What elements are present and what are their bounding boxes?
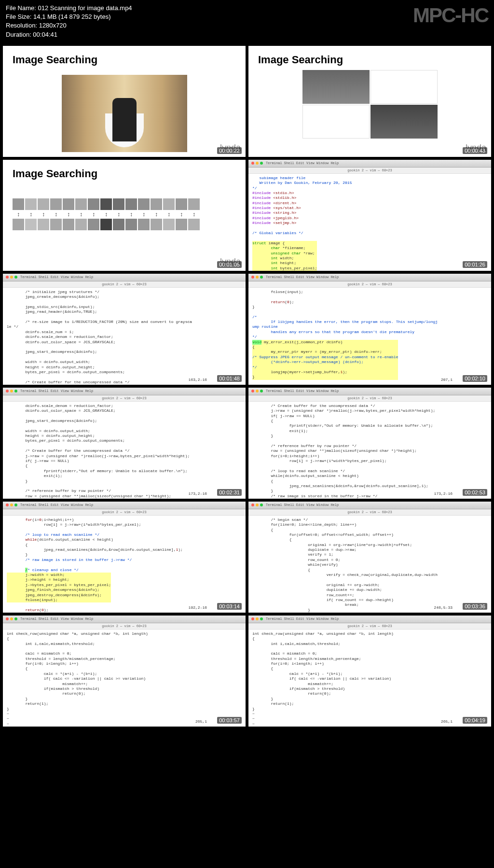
term-status-12: 265,1: [441, 719, 453, 724]
terminal-title: gookin 2 — vim — 60×23: [248, 281, 491, 288]
terminal-menubar: Terminal Shell Edit View Window Help: [3, 616, 246, 623]
thumbnail-11[interactable]: Terminal Shell Edit View Window Help goo…: [3, 616, 246, 727]
terminal-menubar: Terminal Shell Edit View Window Help: [3, 388, 246, 395]
timestamp-11: 00:03:57: [217, 717, 242, 724]
terminal-code-8: /* Create buffer for the uncompressed da…: [248, 402, 491, 499]
timestamp-5: 00:01:48: [217, 375, 242, 382]
thumbnail-4[interactable]: Terminal Shell Edit View Window Help goo…: [248, 160, 491, 271]
timestamp-12: 00:04:19: [463, 717, 487, 724]
slide-title-1: Image Searching: [3, 46, 246, 70]
wedding-photo: [62, 75, 187, 152]
thumbnail-9[interactable]: Terminal Shell Edit View Window Help goo…: [3, 502, 246, 613]
thumbnail-grid: Image Searching lynda 00:00:22 Image Sea…: [0, 43, 494, 729]
thumbnail-1[interactable]: Image Searching lynda 00:00:22: [3, 46, 246, 157]
thumbnail-7[interactable]: Terminal Shell Edit View Window Help goo…: [3, 388, 246, 499]
timestamp-2: 00:00:43: [463, 147, 487, 154]
thumbnail-6[interactable]: Terminal Shell Edit View Window Help goo…: [248, 274, 491, 385]
terminal-title: gookin 2 — vim — 60×23: [248, 168, 491, 174]
timestamp-4: 00:01:26: [463, 261, 487, 268]
terminal-menubar: Terminal Shell Edit View Window Help: [248, 160, 491, 168]
term-status-8: 173,2-16: [434, 491, 453, 496]
terminal-menubar: Terminal Shell Edit View Window Help: [248, 388, 491, 395]
thumbnail-10[interactable]: Terminal Shell Edit View Window Help goo…: [248, 502, 491, 613]
terminal-code-12: int check_row(unsigned char *a, unsigned…: [248, 630, 491, 727]
term-status-7: 173,2-16: [189, 491, 207, 496]
terminal-title: gookin 2 — vim — 60×23: [248, 509, 491, 516]
timestamp-10: 00:03:36: [463, 603, 487, 610]
terminal-menubar: Terminal Shell Edit View Window Help: [3, 502, 246, 509]
term-status-9: 192,2-16: [189, 605, 207, 610]
thumbnail-3[interactable]: Image Searching ↕↕↕↕↕↕↕↕↕↕↕↕↕↕↕ lynda 00…: [3, 160, 246, 271]
terminal-code-6: fclose(input); return(0); } /* If libjpe…: [248, 288, 491, 385]
slide-title-3: Image Searching: [3, 160, 246, 184]
player-logo: MPC-HC: [413, 4, 488, 27]
timestamp-6: 00:02:10: [463, 375, 487, 382]
thumbnail-8[interactable]: Terminal Shell Edit View Window Help goo…: [248, 388, 491, 499]
term-status-11: 265,1: [195, 719, 207, 724]
slide-title-2: Image Searching: [248, 46, 491, 70]
terminal-title: gookin 2 — vim — 60×23: [3, 395, 246, 402]
terminal-title: gookin 2 — vim — 60×23: [3, 281, 246, 288]
terminal-menubar: Terminal Shell Edit View Window Help: [248, 502, 491, 509]
terminal-code-5: /* initialize jpeg structures */ jpeg_cr…: [3, 288, 246, 385]
timestamp-1: 00:00:22: [217, 147, 242, 154]
terminal-code-7: dcinfo.scale_denom = reduction_factor; d…: [3, 402, 246, 499]
terminal-title: gookin 2 — vim — 60×23: [248, 395, 491, 402]
thumbnail-2[interactable]: Image Searching lynda 00:00:43: [248, 46, 491, 157]
terminal-code-4: subimage header file Written by Dan Gook…: [248, 174, 491, 271]
timestamp-9: 00:03:14: [217, 603, 242, 610]
duration: Duration: 00:04:41: [6, 30, 488, 39]
pixel-rows: ↕↕↕↕↕↕↕↕↕↕↕↕↕↕↕: [13, 198, 236, 230]
terminal-title: gookin 2 — vim — 60×23: [3, 623, 246, 630]
terminal-title: gookin 2 — vim — 60×23: [3, 509, 246, 516]
terminal-title: gookin 2 — vim — 60×23: [248, 623, 491, 630]
terminal-code-10: /* begin scan */ for(line=0; line<=line_…: [248, 516, 491, 613]
timestamp-3: 00:01:05: [217, 261, 242, 268]
term-status-5: 163,2-16: [189, 378, 207, 382]
file-info-header: File Name: 012 Scanning for image data.m…: [0, 0, 494, 43]
terminal-menubar: Terminal Shell Edit View Window Help: [248, 274, 491, 281]
terminal-code-11: int check_row(unsigned char *a, unsigned…: [3, 630, 246, 727]
split-image: [302, 70, 438, 139]
timestamp-7: 00:02:31: [217, 489, 242, 496]
thumbnail-12[interactable]: Terminal Shell Edit View Window Help goo…: [248, 616, 491, 727]
terminal-menubar: Terminal Shell Edit View Window Help: [3, 274, 246, 281]
term-status-10: 246,5-33: [434, 605, 453, 610]
term-status-6: 207,1: [441, 378, 453, 382]
timestamp-8: 00:02:53: [463, 489, 487, 496]
thumbnail-5[interactable]: Terminal Shell Edit View Window Help goo…: [3, 274, 246, 385]
terminal-code-9: for(i=0;i<height;i++) row[i] = j->raw+(i…: [3, 516, 246, 613]
terminal-menubar: Terminal Shell Edit View Window Help: [248, 616, 491, 623]
